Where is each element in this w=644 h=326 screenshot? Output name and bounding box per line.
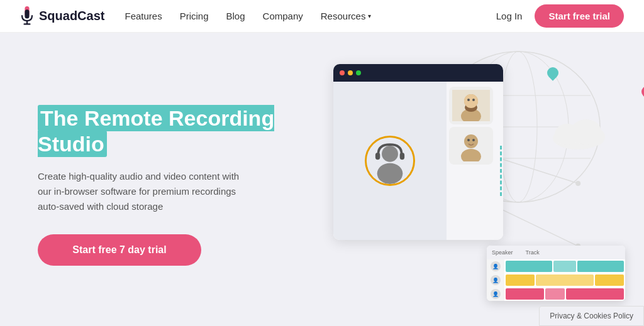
hero-title: The Remote Recording Studio	[38, 106, 277, 157]
location-pin-2	[641, 86, 644, 97]
logo-text: SquadCast	[39, 9, 104, 23]
sidebar-camera-1	[449, 87, 493, 124]
svg-rect-23	[375, 153, 380, 160]
svg-point-35	[467, 139, 470, 141]
svg-point-29	[464, 94, 478, 108]
svg-point-21	[382, 146, 398, 162]
sidebar-camera-2	[449, 127, 493, 165]
login-link[interactable]: Log In	[496, 11, 523, 21]
start-trial-button[interactable]: Start free trial	[535, 4, 624, 28]
minimize-dot	[348, 70, 353, 75]
nav-links: Features Pricing Blog Company Resources …	[125, 11, 371, 21]
nav-pricing[interactable]: Pricing	[180, 11, 209, 21]
hero-title-highlight: The Remote Recording Studio	[38, 105, 274, 157]
svg-point-36	[472, 139, 475, 141]
privacy-banner[interactable]: Privacy & Cookies Policy	[539, 306, 644, 326]
cloud-illustration	[550, 114, 606, 152]
logo-icon	[20, 6, 34, 26]
track-editor: Speaker Track 👤 👤	[487, 246, 625, 301]
dashed-connector	[500, 146, 502, 196]
svg-point-33	[464, 134, 478, 148]
nav-right: Log In Start free trial	[496, 4, 624, 28]
window-header	[333, 64, 503, 82]
track-editor-header: Speaker Track	[487, 246, 625, 259]
svg-point-31	[472, 99, 475, 101]
svg-point-13	[585, 128, 605, 146]
window-body	[333, 82, 503, 240]
logo[interactable]: SquadCast	[20, 6, 104, 26]
hero-right: Speaker Track 👤 👤	[308, 33, 644, 326]
hero-description: Create high-quality audio and video cont…	[38, 169, 252, 214]
chevron-down-icon: ▾	[368, 13, 371, 19]
main-speaker-avatar	[365, 136, 415, 186]
nav-company[interactable]: Company	[263, 11, 303, 21]
sidebar-cameras	[447, 82, 503, 240]
nav-features[interactable]: Features	[125, 11, 162, 21]
svg-point-22	[377, 163, 403, 184]
track-row-1: 👤	[487, 259, 625, 273]
location-pin-1	[547, 67, 558, 79]
hero-left: The Remote Recording Studio Create high-…	[0, 33, 308, 326]
nav-blog[interactable]: Blog	[226, 11, 245, 21]
svg-point-30	[467, 99, 470, 101]
track-row-3: 👤	[487, 287, 625, 301]
nav-resources[interactable]: Resources ▾	[321, 11, 372, 21]
main-camera-view	[333, 82, 447, 240]
track-row-2: 👤	[487, 273, 625, 287]
navbar: SquadCast Features Pricing Blog Company …	[0, 0, 644, 33]
recording-window	[333, 64, 503, 240]
hero-section: The Remote Recording Studio Create high-…	[0, 33, 644, 326]
svg-rect-24	[400, 153, 404, 160]
close-dot	[340, 70, 345, 75]
maximize-dot	[356, 70, 361, 75]
svg-rect-1	[25, 9, 29, 18]
hero-trial-button[interactable]: Start free 7 day trial	[38, 234, 201, 266]
